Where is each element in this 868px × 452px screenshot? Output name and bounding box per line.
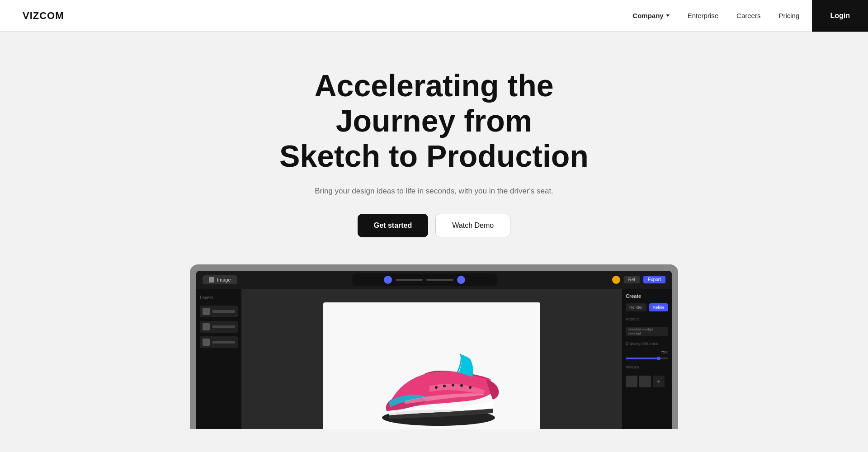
images-row: + <box>626 376 668 387</box>
topbar-toolbar <box>352 273 497 286</box>
layer-thumbnail <box>203 308 210 315</box>
hero-cta-group: Get started Watch Demo <box>358 214 510 237</box>
render-refine-row: Render Refine <box>626 303 668 311</box>
prompt-label: Prompt <box>626 317 668 321</box>
nav-item-careers[interactable]: Careers <box>736 12 760 19</box>
svg-point-5 <box>469 386 472 389</box>
layer-thumbnail-3 <box>203 339 210 346</box>
toolbar-bar-2 <box>426 279 453 281</box>
nav-item-company[interactable]: Company <box>632 12 669 19</box>
ref-button[interactable]: Ref <box>624 276 640 283</box>
toolbar-dot <box>384 276 392 284</box>
layer-item-2[interactable] <box>200 321 238 333</box>
app-main-area: Layers <box>196 289 672 429</box>
navigation: VIZCOM Company Enterprise Careers Pricin… <box>0 0 868 32</box>
topbar-right: Ref Export <box>612 276 665 284</box>
images-label: Images <box>626 365 668 369</box>
prompt-input[interactable]: sneaker design concept <box>626 327 668 336</box>
layer-item-1[interactable] <box>200 306 238 317</box>
influence-percent: 75% <box>661 350 668 354</box>
slider-fill <box>626 358 658 359</box>
layer-item-3[interactable] <box>200 336 238 348</box>
canvas-frame <box>323 302 540 429</box>
image-thumb-2[interactable] <box>639 376 651 387</box>
hero-section: Accelerating the Journey from Sketch to … <box>0 32 868 429</box>
chevron-down-icon <box>666 14 670 17</box>
refine-button[interactable]: Refine <box>649 303 668 311</box>
layers-panel: Layers <box>196 289 241 429</box>
get-started-button[interactable]: Get started <box>358 214 428 237</box>
status-circle <box>612 276 620 284</box>
layer-name-2 <box>212 325 235 328</box>
app-demo-container: Image Ref Export L <box>190 264 678 429</box>
nav-item-enterprise[interactable]: Enterprise <box>688 12 718 19</box>
topbar-tab-image[interactable]: Image <box>203 275 237 284</box>
create-panel-title: Create <box>626 293 668 299</box>
svg-point-4 <box>460 384 463 387</box>
watch-demo-button[interactable]: Watch Demo <box>435 214 510 237</box>
canvas-area <box>241 289 622 429</box>
export-button[interactable]: Export <box>643 276 665 283</box>
prompt-text: sneaker design concept <box>628 327 665 335</box>
shoe-illustration <box>359 320 504 429</box>
hero-subtitle: Bring your design ideas to life in secon… <box>315 187 553 196</box>
topbar-left: Image <box>203 275 237 284</box>
influence-slider[interactable] <box>626 358 668 359</box>
logo[interactable]: VIZCOM <box>23 10 64 22</box>
create-panel: Create Render Refine Prompt sneaker desi… <box>622 289 672 429</box>
layers-label: Layers <box>200 293 238 302</box>
image-tab-icon <box>209 277 214 282</box>
toolbar-dot-2 <box>457 276 465 284</box>
render-button[interactable]: Render <box>626 303 646 311</box>
influence-label: Drawing Influence <box>626 341 668 346</box>
image-thumb-1[interactable] <box>626 376 637 387</box>
layer-thumbnail-2 <box>203 323 210 330</box>
slider-thumb[interactable] <box>657 357 660 360</box>
nav-links: Company Enterprise Careers Pricing Conta… <box>632 12 841 19</box>
svg-point-2 <box>443 385 446 387</box>
layer-name <box>212 310 235 313</box>
nav-item-pricing[interactable]: Pricing <box>778 12 799 19</box>
toolbar-bar <box>396 279 423 281</box>
svg-point-3 <box>452 384 454 386</box>
add-image-button[interactable]: + <box>653 376 665 387</box>
app-topbar: Image Ref Export <box>196 271 672 289</box>
app-demo-screen: Image Ref Export L <box>196 271 672 429</box>
svg-point-1 <box>435 386 438 389</box>
login-button[interactable]: Login <box>812 0 868 32</box>
layer-name-3 <box>212 341 235 344</box>
hero-title: Accelerating the Journey from Sketch to … <box>258 68 610 174</box>
